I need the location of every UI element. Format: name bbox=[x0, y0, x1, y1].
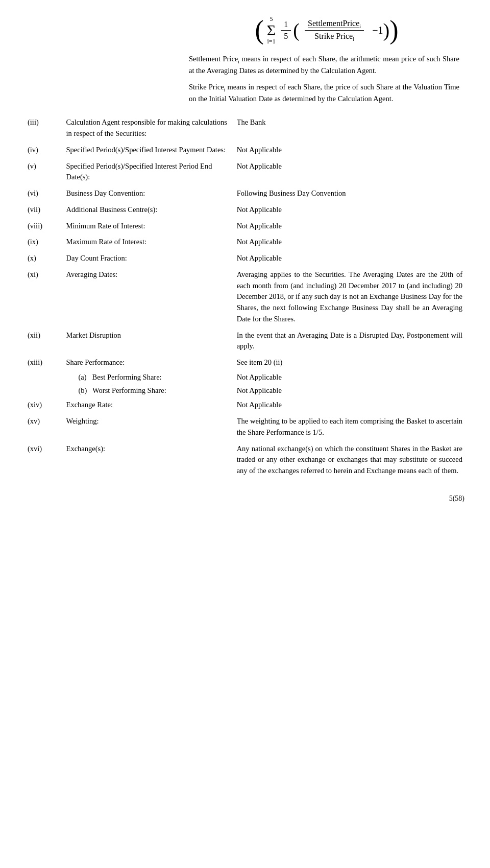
row-value-vi: Following Business Day Convention bbox=[235, 185, 464, 202]
formula-row: ( 5 Σ i=1 1 5 bbox=[255, 15, 399, 45]
row-label-vi: Business Day Convention: bbox=[64, 185, 235, 202]
table-row: (vi) Business Day Convention: Following … bbox=[26, 185, 464, 202]
row-num-xvi: (xvi) bbox=[26, 441, 64, 479]
row-value-xv: The weighting to be applied to each item… bbox=[235, 413, 464, 441]
minus-one: −1 bbox=[372, 25, 383, 36]
row-value-xiii-b: Not Applicable bbox=[235, 384, 464, 397]
table-row: (ix) Maximum Rate of Interest: Not Appli… bbox=[26, 234, 464, 250]
row-num-viii: (viii) bbox=[26, 218, 64, 234]
main-fraction: SettlementPricei Strike Pricei bbox=[305, 18, 364, 43]
row-label-iii: Calculation Agent responsible for making… bbox=[64, 114, 235, 142]
settlement-sub: i bbox=[359, 24, 361, 29]
row-num-xiii: (xiii) bbox=[26, 355, 64, 371]
row-value-vii: Not Applicable bbox=[235, 202, 464, 218]
row-label-xv: Weighting: bbox=[64, 413, 235, 441]
table-row: (v) Specified Period(s)/Specified Intere… bbox=[26, 158, 464, 186]
table-row: (xiii) Share Performance: See item 20 (i… bbox=[26, 355, 464, 371]
row-num-iv: (iv) bbox=[26, 142, 64, 158]
big-paren-left: ( bbox=[255, 17, 264, 43]
main-table: (iii) Calculation Agent responsible for … bbox=[26, 114, 464, 479]
table-row: (vii) Additional Business Centre(s): Not… bbox=[26, 202, 464, 218]
row-num-xii: (xii) bbox=[26, 327, 64, 355]
sum-bottom: i=1 bbox=[267, 38, 276, 45]
row-value-iv: Not Applicable bbox=[235, 142, 464, 158]
table-row: (xi) Averaging Dates: Averaging applies … bbox=[26, 267, 464, 327]
row-num-xi: (xi) bbox=[26, 267, 64, 327]
row-num-vii: (vii) bbox=[26, 202, 64, 218]
inner-paren-right: ) bbox=[383, 20, 389, 40]
one-fifth-num: 1 bbox=[281, 19, 291, 31]
main-table-section: (iii) Calculation Agent responsible for … bbox=[26, 114, 464, 479]
row-label-ix: Maximum Rate of Interest: bbox=[64, 234, 235, 250]
table-row: (xv) Weighting: The weighting to be appl… bbox=[26, 413, 464, 441]
settlement-price-description: Settlement Pricei means in respect of ea… bbox=[189, 54, 459, 77]
row-label-xiii-b: (b) Worst Performing Share: bbox=[64, 384, 235, 397]
row-value-viii: Not Applicable bbox=[235, 218, 464, 234]
page-number: 5(58) bbox=[449, 495, 464, 502]
sigma-bottom: i=1 bbox=[267, 38, 276, 45]
strike-sub: i bbox=[353, 36, 354, 42]
row-label-xiii-a: (a) Best Performing Share: bbox=[64, 371, 235, 384]
sigma-block: 5 Σ i=1 bbox=[267, 15, 276, 45]
row-value-x: Not Applicable bbox=[235, 250, 464, 267]
table-row: (iv) Specified Period(s)/Specified Inter… bbox=[26, 142, 464, 158]
formula-section: ( 5 Σ i=1 1 5 bbox=[26, 15, 464, 109]
one-fifth-den: 5 bbox=[281, 31, 291, 42]
row-label-x: Day Count Fraction: bbox=[64, 250, 235, 267]
row-value-xiii: See item 20 (ii) bbox=[235, 355, 464, 371]
row-num-xiv: (xiv) bbox=[26, 397, 64, 413]
sigma-symbol: Σ bbox=[267, 22, 276, 38]
right-block: ( 5 Σ i=1 1 5 bbox=[189, 15, 464, 109]
row-label-xii: Market Disruption bbox=[64, 327, 235, 355]
table-row: (xii) Market Disruption In the event tha… bbox=[26, 327, 464, 355]
row-value-iii: The Bank bbox=[235, 114, 464, 142]
table-row: (a) Best Performing Share: Not Applicabl… bbox=[26, 371, 464, 384]
table-row: (b) Worst Performing Share: Not Applicab… bbox=[26, 384, 464, 397]
inner-paren-left: ( bbox=[293, 20, 300, 40]
table-row: (xvi) Exchange(s): Any national exchange… bbox=[26, 441, 464, 479]
strike-price-text: Strike Pricei means in respect of each S… bbox=[189, 83, 459, 103]
fraction-numerator: SettlementPricei bbox=[305, 18, 364, 31]
page-footer: 5(58) bbox=[26, 495, 464, 503]
row-label-v: Specified Period(s)/Specified Interest P… bbox=[64, 158, 235, 186]
row-num-x: (x) bbox=[26, 250, 64, 267]
row-num-ix: (ix) bbox=[26, 234, 64, 250]
row-label-xiii: Share Performance: bbox=[64, 355, 235, 371]
row-label-xiv: Exchange Rate: bbox=[64, 397, 235, 413]
row-num-iii: (iii) bbox=[26, 114, 64, 142]
row-label-xvi: Exchange(s): bbox=[64, 441, 235, 479]
strike-price-description: Strike Pricei means in respect of each S… bbox=[189, 82, 459, 105]
row-label-xi: Averaging Dates: bbox=[64, 267, 235, 327]
row-label-viii: Minimum Rate of Interest: bbox=[64, 218, 235, 234]
row-value-v: Not Applicable bbox=[235, 158, 464, 186]
settlement-price-text: Settlement Pricei means in respect of ea… bbox=[189, 55, 459, 75]
row-value-xi: Averaging applies to the Securities. The… bbox=[235, 267, 464, 327]
row-num-vi: (vi) bbox=[26, 185, 64, 202]
row-label-vii: Additional Business Centre(s): bbox=[64, 202, 235, 218]
row-num-xiii-b bbox=[26, 384, 64, 397]
table-row: (x) Day Count Fraction: Not Applicable bbox=[26, 250, 464, 267]
fraction-denominator: Strike Pricei bbox=[311, 31, 357, 43]
table-row: (viii) Minimum Rate of Interest: Not App… bbox=[26, 218, 464, 234]
big-paren-right: ) bbox=[389, 17, 398, 43]
formula-container: ( 5 Σ i=1 1 5 bbox=[189, 15, 464, 45]
row-value-xiv: Not Applicable bbox=[235, 397, 464, 413]
row-value-ix: Not Applicable bbox=[235, 234, 464, 250]
table-row: (xiv) Exchange Rate: Not Applicable bbox=[26, 397, 464, 413]
row-label-iv: Specified Period(s)/Specified Interest P… bbox=[64, 142, 235, 158]
page-layout: ( 5 Σ i=1 1 5 bbox=[26, 15, 464, 503]
row-num-xv: (xv) bbox=[26, 413, 64, 441]
row-num-v: (v) bbox=[26, 158, 64, 186]
row-num-xiii-a bbox=[26, 371, 64, 384]
row-value-xiii-a: Not Applicable bbox=[235, 371, 464, 384]
one-fifth-fraction: 1 5 bbox=[281, 19, 291, 42]
row-value-xii: In the event that an Averaging Date is a… bbox=[235, 327, 464, 355]
table-row: (iii) Calculation Agent responsible for … bbox=[26, 114, 464, 142]
row-value-xvi: Any national exchange(s) on which the co… bbox=[235, 441, 464, 479]
